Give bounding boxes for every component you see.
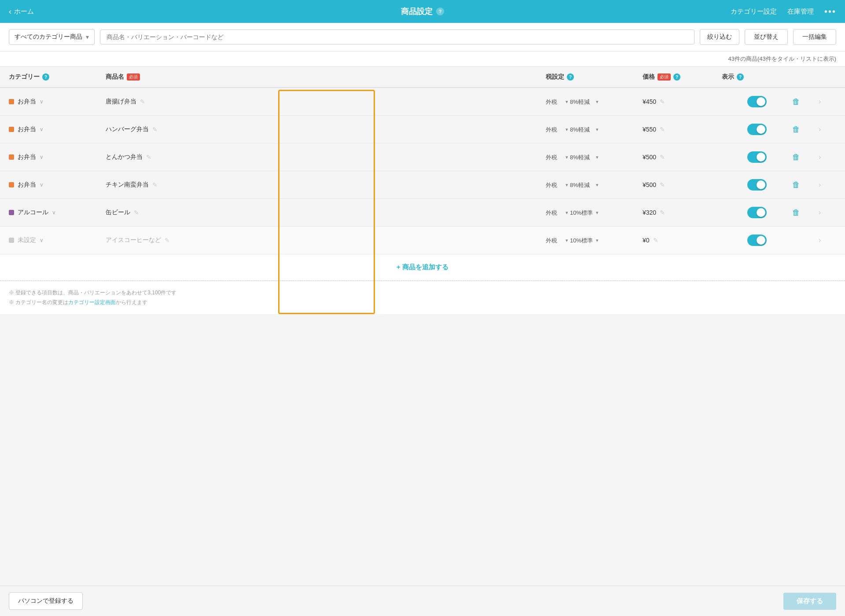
header-title: 商品設定 ? [401, 6, 444, 17]
price-edit-icon[interactable]: ✎ [660, 209, 665, 216]
category-expand-icon[interactable]: ∨ [40, 99, 44, 105]
filter-button[interactable]: 絞り込む [700, 29, 739, 45]
price-required-badge: 必須 [658, 73, 671, 81]
more-options-icon[interactable]: ••• [824, 7, 836, 17]
product-table: カテゴリー ? 商品名 必須 税設定 ? 価格 必須 ? 表示 ? お弁当 ∨ [0, 67, 845, 254]
product-name: チキン南蛮弁当 [106, 181, 149, 189]
price-edit-icon[interactable]: ✎ [660, 98, 665, 105]
category-expand-icon[interactable]: ∨ [40, 154, 44, 160]
display-toggle[interactable] [747, 124, 767, 135]
detail-cell: › [819, 98, 836, 106]
category-expand-icon[interactable]: ∨ [52, 209, 56, 216]
display-toggle[interactable] [747, 151, 767, 163]
tax-rate-arrow-icon: ▾ [596, 182, 599, 188]
detail-chevron-icon[interactable]: › [819, 181, 821, 188]
category-expand-icon[interactable]: ∨ [40, 126, 44, 132]
product-edit-icon[interactable]: ✎ [140, 98, 145, 105]
back-button[interactable]: ‹ ホーム [9, 7, 34, 16]
tax-rate-arrow-icon: ▾ [596, 210, 599, 216]
detail-chevron-icon[interactable]: › [819, 209, 821, 216]
price-value: ¥500 [643, 154, 656, 161]
price-edit-icon[interactable]: ✎ [660, 181, 665, 188]
delete-icon[interactable]: 🗑 [792, 125, 800, 134]
tax-rate-select[interactable]: 8%軽減10%標準 [570, 182, 594, 188]
inventory-nav[interactable]: 在庫管理 [787, 7, 814, 16]
category-cell: アルコール ∨ [9, 209, 106, 216]
product-cell: 唐揚げ弁当 ✎ [106, 98, 546, 106]
price-help-icon[interactable]: ? [673, 73, 680, 81]
tax-rate-select[interactable]: 8%軽減10%標準 [570, 154, 594, 161]
product-edit-icon[interactable]: ✎ [146, 154, 151, 161]
delete-icon[interactable]: 🗑 [792, 180, 800, 189]
price-edit-icon[interactable]: ✎ [653, 237, 658, 244]
price-edit-icon[interactable]: ✎ [660, 154, 665, 161]
delete-cell: 🗑 [792, 97, 819, 106]
tax-type-select[interactable]: 外税内税非課税 [546, 154, 564, 161]
product-edit-icon[interactable]: ✎ [152, 126, 158, 133]
category-color-dot [9, 182, 14, 187]
detail-chevron-icon[interactable]: › [819, 153, 821, 161]
title-help-icon[interactable]: ? [436, 7, 444, 15]
product-name: ハンバーグ弁当 [106, 125, 149, 133]
display-toggle[interactable] [747, 179, 767, 191]
tax-type-select[interactable]: 外税内税非課税 [546, 99, 564, 105]
delete-icon[interactable]: 🗑 [792, 153, 800, 161]
detail-cell: › [819, 236, 836, 244]
table-row: アルコール ∨ 缶ビール ✎ 外税内税非課税 ▾ 10%標準8%軽減 ▾ ¥32… [0, 199, 845, 227]
search-input[interactable] [100, 29, 694, 44]
price-cell: ¥0 ✎ [643, 237, 722, 244]
category-expand-icon[interactable]: ∨ [40, 237, 44, 243]
product-edit-icon[interactable]: ✎ [134, 209, 139, 216]
add-product-button[interactable]: + 商品を追加する [397, 263, 448, 271]
tax-rate-select[interactable]: 8%軽減10%標準 [570, 99, 594, 105]
category-color-dot [9, 210, 14, 215]
category-settings-link[interactable]: カテゴリー設定画面 [68, 299, 116, 305]
category-cell: お弁当 ∨ [9, 98, 106, 106]
tax-type-arrow-icon: ▾ [566, 238, 568, 243]
category-expand-icon[interactable]: ∨ [40, 182, 44, 188]
category-name: お弁当 [18, 125, 36, 133]
tax-cell: 外税内税非課税 ▾ 10%標準8%軽減 ▾ [546, 209, 643, 216]
product-edit-icon[interactable]: ✎ [165, 237, 170, 244]
delete-icon[interactable]: 🗑 [792, 97, 800, 106]
tax-rate-arrow-icon: ▾ [596, 99, 599, 105]
tax-type-select[interactable]: 外税内税非課税 [546, 209, 564, 216]
product-edit-icon[interactable]: ✎ [152, 181, 158, 188]
display-help-icon[interactable]: ? [737, 73, 744, 81]
tax-type-select[interactable]: 外税内税非課税 [546, 182, 564, 188]
price-value: ¥550 [643, 126, 656, 133]
display-toggle[interactable] [747, 235, 767, 246]
category-help-icon[interactable]: ? [42, 73, 49, 81]
display-toggle[interactable] [747, 96, 767, 107]
tax-cell: 外税内税非課税 ▾ 8%軽減10%標準 ▾ [546, 182, 643, 188]
tax-rate-select[interactable]: 8%軽減10%標準 [570, 126, 594, 133]
price-edit-icon[interactable]: ✎ [660, 126, 665, 133]
tax-type-select[interactable]: 外税内税非課税 [546, 126, 564, 133]
tax-type-arrow-icon: ▾ [566, 154, 568, 160]
price-cell: ¥550 ✎ [643, 126, 722, 133]
header-nav: カテゴリー設定 在庫管理 ••• [731, 7, 836, 17]
tax-rate-arrow-icon: ▾ [596, 238, 599, 243]
category-filter-select[interactable]: すべてのカテゴリー商品 ▾ [9, 29, 95, 45]
category-name: 未設定 [18, 236, 36, 244]
product-name: アイスコーヒーなど [106, 236, 161, 244]
delete-icon[interactable]: 🗑 [792, 208, 800, 217]
detail-chevron-icon[interactable]: › [819, 125, 821, 133]
detail-chevron-icon[interactable]: › [819, 98, 821, 105]
display-toggle[interactable] [747, 207, 767, 218]
tax-help-icon[interactable]: ? [567, 73, 574, 81]
bulk-edit-button[interactable]: 一括編集 [793, 29, 836, 45]
detail-chevron-icon[interactable]: › [819, 236, 821, 244]
count-info: 43件の商品(43件をタイル・リストに表示) [0, 51, 845, 67]
tax-rate-select[interactable]: 10%標準8%軽減 [570, 209, 594, 216]
tax-type-arrow-icon: ▾ [566, 210, 568, 216]
detail-cell: › [819, 181, 836, 189]
tax-rate-select[interactable]: 10%標準8%軽減 [570, 237, 594, 244]
category-settings-nav[interactable]: カテゴリー設定 [731, 7, 777, 16]
tax-type-select[interactable]: 外税内税非課税 [546, 237, 564, 244]
category-cell: お弁当 ∨ [9, 125, 106, 133]
category-cell: 未設定 ∨ [9, 236, 106, 244]
footer-line2: ※ カテゴリー名の変更はカテゴリー設定画面から行えます [9, 298, 836, 308]
product-name: とんかつ弁当 [106, 153, 143, 161]
sort-button[interactable]: 並び替え [745, 29, 788, 45]
